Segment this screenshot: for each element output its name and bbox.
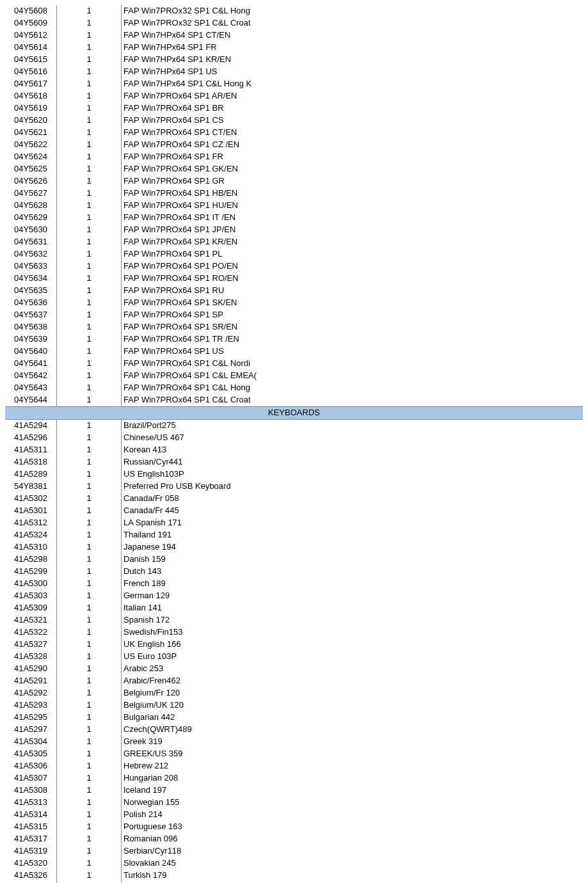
table-row: 04Y56081FAP Win7PROx32 SP1 C&L Hong (5, 5, 583, 17)
description: Italian 141 (122, 602, 584, 614)
table-row: 04Y56241FAP Win7PROx64 SP1 FR (5, 151, 583, 163)
part-code: 41A5322 (5, 626, 57, 639)
quantity: 1 (57, 297, 122, 309)
section-header-label: KEYBOARDS (5, 407, 583, 420)
description: Russian/Cyr441 (122, 456, 584, 468)
table-row: 04Y56121FAP Win7HPx64 SP1 CT/EN (5, 29, 583, 42)
quantity: 1 (57, 346, 122, 358)
table-row: 41A52921Belgium/Fr 120 (5, 687, 583, 699)
description: FAP Win7HPx64 SP1 CT/EN (122, 29, 584, 42)
quantity: 1 (57, 505, 122, 517)
quantity: 1 (57, 529, 122, 541)
description: Greek 319 (122, 736, 584, 748)
part-code: 41A5311 (5, 444, 57, 456)
description: FAP Win7PROx32 SP1 C&L Croat (122, 17, 584, 29)
quantity: 1 (57, 54, 122, 66)
table-row: 04Y56331FAP Win7PROx64 SP1 PO/EN (5, 260, 583, 273)
table-row: 54Y83811Preferred Pro USB Keyboard (5, 481, 583, 493)
description: FAP Win7PROx64 SP1 GK/EN (122, 163, 584, 175)
description: FAP Win7PROx64 SP1 RO/EN (122, 273, 584, 285)
part-code: 04Y5625 (5, 163, 57, 175)
table-row: 41A52911Arabic/Fren462 (5, 675, 583, 687)
quantity: 1 (57, 797, 122, 809)
description: FAP Win7PROx64 SP1 CZ /EN (122, 139, 584, 151)
quantity: 1 (57, 675, 122, 687)
table-row: 41A53001French 189 (5, 578, 583, 590)
part-code: 41A5320 (5, 857, 57, 870)
description: Danish 159 (122, 553, 584, 566)
quantity: 1 (57, 66, 122, 78)
part-code: 41A5315 (5, 821, 57, 833)
quantity: 1 (57, 639, 122, 651)
part-code: 41A5321 (5, 614, 57, 626)
quantity: 1 (57, 333, 122, 346)
table-row: 04Y56181FAP Win7PROx64 SP1 AR/EN (5, 90, 583, 102)
part-code: 41A5307 (5, 772, 57, 784)
table-row: 04Y56281FAP Win7PROx64 SP1 HU/EN (5, 200, 583, 212)
quantity: 1 (57, 102, 122, 115)
table-row: 04Y56441FAP Win7PROx64 SP1 C&L Croat (5, 394, 583, 407)
quantity: 1 (57, 17, 122, 29)
description: Belgium/UK 120 (122, 699, 584, 712)
part-code: 41A5299 (5, 566, 57, 578)
part-code: 04Y5615 (5, 54, 57, 66)
quantity: 1 (57, 200, 122, 212)
part-code: 04Y5640 (5, 346, 57, 358)
table-row: 04Y56251FAP Win7PROx64 SP1 GK/EN (5, 163, 583, 175)
description: Thailand 191 (122, 529, 584, 541)
description: FAP Win7PROx64 SP1 GR (122, 175, 584, 187)
description: Slovakian 245 (122, 857, 584, 870)
part-code: 41A5291 (5, 675, 57, 687)
table-row: 04Y56221FAP Win7PROx64 SP1 CZ /EN (5, 139, 583, 151)
part-code: 04Y5636 (5, 297, 57, 309)
quantity: 1 (57, 358, 122, 370)
quantity: 1 (57, 566, 122, 578)
quantity: 1 (57, 712, 122, 724)
description: FAP Win7PROx64 SP1 PO/EN (122, 260, 584, 273)
table-row: 04Y56401FAP Win7PROx64 SP1 US (5, 346, 583, 358)
table-row: 04Y56351FAP Win7PROx64 SP1 RU (5, 285, 583, 297)
description: Hebrew 212 (122, 760, 584, 772)
description: FAP Win7PROx64 SP1 HB/EN (122, 187, 584, 200)
description: Canada/Fr 445 (122, 505, 584, 517)
part-code: 41A5313 (5, 797, 57, 809)
quantity: 1 (57, 614, 122, 626)
part-code: 04Y5644 (5, 394, 57, 407)
table-row: 41A52931Belgium/UK 120 (5, 699, 583, 712)
part-code: 04Y5633 (5, 260, 57, 273)
quantity: 1 (57, 187, 122, 200)
description: FAP Win7PROx64 SP1 SP (122, 309, 584, 321)
description: Korean 413 (122, 444, 584, 456)
part-code: 04Y5642 (5, 370, 57, 382)
description: FAP Win7PROx64 SP1 US (122, 346, 584, 358)
quantity: 1 (57, 833, 122, 845)
description: FAP Win7PROx64 SP1 C&L Croat (122, 394, 584, 407)
table-row: 41A52941Brazil/Port275 (5, 420, 583, 433)
part-code: 04Y5612 (5, 29, 57, 42)
description: FAP Win7PROx64 SP1 C&L Hong (122, 382, 584, 394)
description: FAP Win7PROx64 SP1 KR/EN (122, 236, 584, 248)
table-row: 04Y56271FAP Win7PROx64 SP1 HB/EN (5, 187, 583, 200)
part-code: 04Y5637 (5, 309, 57, 321)
part-code: 04Y5617 (5, 78, 57, 90)
table-row: 41A53111Korean 413 (5, 444, 583, 456)
table-row: 41A53221Swedish/Fin153 (5, 626, 583, 639)
part-code: 41A5324 (5, 529, 57, 541)
quantity: 1 (57, 394, 122, 407)
quantity: 1 (57, 724, 122, 736)
description: Norwegian 155 (122, 797, 584, 809)
description: FAP Win7PROx64 SP1 C&L EMEA( (122, 370, 584, 382)
quantity: 1 (57, 321, 122, 333)
part-code: 41A5318 (5, 456, 57, 468)
table-row: 04Y56431FAP Win7PROx64 SP1 C&L Hong (5, 382, 583, 394)
table-row: 41A53181Russian/Cyr441 (5, 456, 583, 468)
table-row: 41A53081Iceland 197 (5, 784, 583, 797)
part-code: 04Y5635 (5, 285, 57, 297)
quantity: 1 (57, 541, 122, 553)
description: Bulgarian 442 (122, 712, 584, 724)
description: Serbian/Cyr118 (122, 845, 584, 857)
part-code: 41A5309 (5, 602, 57, 614)
quantity: 1 (57, 127, 122, 139)
part-code: 41A5298 (5, 553, 57, 566)
part-code: 04Y5626 (5, 175, 57, 187)
